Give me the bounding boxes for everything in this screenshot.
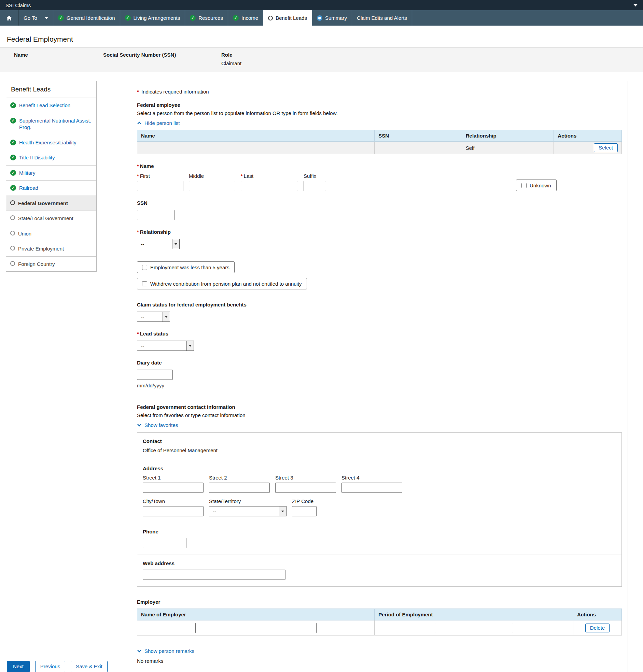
lead-status-label: *Lead status — [137, 331, 622, 336]
contact-info-box: Contact Office of Personnel Management A… — [137, 432, 622, 587]
sidebar-item-union[interactable]: Union — [6, 226, 96, 241]
phone-label: Phone — [143, 528, 616, 534]
withdrew-contribution-checkbox[interactable] — [142, 281, 147, 286]
person-ssn-label: Social Security Number (SSN) — [103, 52, 221, 58]
sidebar-item-benefit-lead-selection[interactable]: ✓ Benefit Lead Selection — [6, 98, 96, 113]
go-to-caret-icon — [45, 17, 48, 19]
check-icon: ✓ — [190, 15, 196, 21]
tab-benefit-leads[interactable]: Benefit Leads — [263, 10, 312, 26]
employment-period-input[interactable] — [435, 623, 513, 633]
select-dropdown-arrow-icon — [279, 507, 286, 516]
check-icon: ✓ — [10, 154, 16, 160]
in-progress-circle-icon — [268, 16, 273, 21]
contact-info-instruction: Select from favorites or type contact in… — [137, 412, 622, 418]
show-person-remarks-link[interactable]: Show person remarks — [137, 648, 194, 654]
sidebar-item-military[interactable]: ✓ Military — [6, 165, 96, 181]
first-name-input[interactable] — [137, 181, 183, 191]
tab-claim-edits-alerts[interactable]: Claim Edits and Alerts — [352, 10, 412, 26]
sidebar-item-private-employment[interactable]: Private Employment — [6, 241, 96, 256]
show-favorites-link[interactable]: Show favorites — [137, 422, 178, 428]
street3-input[interactable] — [275, 483, 336, 493]
next-button[interactable]: Next — [7, 661, 30, 672]
withdrew-contribution-toggle[interactable]: Withdrew contribution from pension plan … — [137, 278, 307, 289]
employment-less-5-years-checkbox[interactable] — [142, 265, 147, 270]
web-address-label: Web address — [143, 560, 616, 566]
required-asterisk: * — [137, 163, 139, 169]
phone-input[interactable] — [143, 538, 186, 548]
lead-status-select[interactable]: -- — [137, 340, 194, 351]
city-input[interactable] — [143, 506, 204, 517]
claim-status-select[interactable]: -- — [137, 312, 170, 322]
chevron-up-icon — [137, 122, 142, 125]
employer-name-input[interactable] — [195, 623, 317, 633]
street4-input[interactable] — [341, 483, 402, 493]
ssn-input[interactable] — [137, 210, 174, 220]
sidebar-item-federal-government[interactable]: Federal Government — [6, 196, 96, 211]
street2-input[interactable] — [209, 483, 270, 493]
web-address-input[interactable] — [143, 570, 286, 580]
sidebar-item-railroad[interactable]: ✓ Railroad — [6, 180, 96, 196]
chevron-down-icon — [137, 649, 142, 652]
middle-name-label: Middle — [189, 173, 235, 179]
check-icon: ✓ — [10, 118, 16, 124]
go-to-dropdown[interactable]: Go To — [19, 10, 53, 26]
middle-name-input[interactable] — [189, 181, 235, 191]
delete-employer-button[interactable]: Delete — [585, 624, 609, 632]
contact-section: Contact Office of Personnel Management — [137, 433, 621, 460]
diary-date-format-hint: mm/dd/yyyy — [137, 383, 622, 388]
sidebar-item-foreign-country[interactable]: Foreign Country — [6, 256, 96, 272]
sidebar-item-state-local-government[interactable]: State/Local Government — [6, 211, 96, 226]
street1-label: Street 1 — [143, 475, 204, 481]
tab-resources[interactable]: ✓ Resources — [185, 10, 228, 26]
current-circle-icon — [10, 200, 15, 205]
suffix-input[interactable] — [304, 181, 326, 191]
person-name-cell — [137, 142, 375, 154]
claim-status-label: Claim status for federal employment bene… — [137, 302, 622, 308]
last-name-input[interactable] — [241, 181, 298, 191]
unknown-checkbox[interactable] — [521, 183, 526, 188]
home-button[interactable] — [0, 10, 19, 26]
employer-table: Name of Employer Period of Employment Ac… — [137, 609, 622, 635]
person-table-row: Self Select — [137, 142, 622, 154]
sidebar-item-health-expenses[interactable]: ✓ Health Expenses/Liability — [6, 135, 96, 150]
state-territory-select[interactable]: -- — [209, 506, 287, 517]
contact-info-heading: Federal government contact information — [137, 404, 622, 410]
required-asterisk: * — [137, 89, 139, 95]
first-name-label: *First — [137, 173, 183, 179]
federal-employee-heading: Federal employee — [137, 102, 622, 108]
check-icon: ✓ — [10, 102, 16, 108]
city-label: City/Town — [143, 498, 204, 504]
sidebar-item-supplemental-nutritional[interactable]: ✓ Supplemental Nutritional Assist. Prog. — [6, 113, 96, 135]
topbar-menu-caret-icon[interactable] — [633, 4, 638, 7]
required-asterisk: * — [137, 229, 139, 235]
select-dropdown-arrow-icon — [186, 341, 194, 350]
zip-input[interactable] — [292, 506, 317, 517]
go-to-label: Go To — [24, 15, 37, 21]
tab-income[interactable]: ✓ Income — [228, 10, 263, 26]
required-note: * Indicates required information — [137, 89, 622, 95]
diary-date-input[interactable] — [137, 370, 173, 380]
zip-label: ZIP Code — [292, 498, 317, 504]
employment-less-5-years-toggle[interactable]: Employment was less than 5 years — [137, 261, 234, 273]
name-unknown-toggle[interactable]: Unknown — [516, 179, 557, 191]
check-icon: ✓ — [10, 185, 16, 191]
required-asterisk: * — [137, 173, 139, 179]
app-title: SSI Claims — [5, 2, 31, 8]
check-icon: ✓ — [233, 15, 239, 21]
hide-person-list-link[interactable]: Hide person list — [137, 120, 180, 126]
select-person-button[interactable]: Select — [594, 144, 618, 152]
street2-label: Street 2 — [209, 475, 270, 481]
not-started-circle-icon — [10, 261, 15, 266]
sidebar-item-title-ii-disability[interactable]: ✓ Title II Disability — [6, 150, 96, 165]
street1-input[interactable] — [143, 483, 204, 493]
select-dropdown-arrow-icon — [162, 312, 170, 322]
previous-button[interactable]: Previous — [35, 661, 65, 672]
chevron-down-icon — [137, 424, 142, 427]
person-role-label: Role — [221, 52, 241, 58]
relationship-select[interactable]: -- — [137, 239, 180, 249]
save-and-exit-button[interactable]: Save & Exit — [71, 661, 108, 672]
address-label: Address — [143, 465, 616, 471]
tab-general-identification[interactable]: ✓ General Identification — [53, 10, 120, 26]
tab-summary[interactable]: Summary — [312, 10, 352, 26]
tab-living-arrangements[interactable]: ✓ Living Arrangements — [120, 10, 185, 26]
